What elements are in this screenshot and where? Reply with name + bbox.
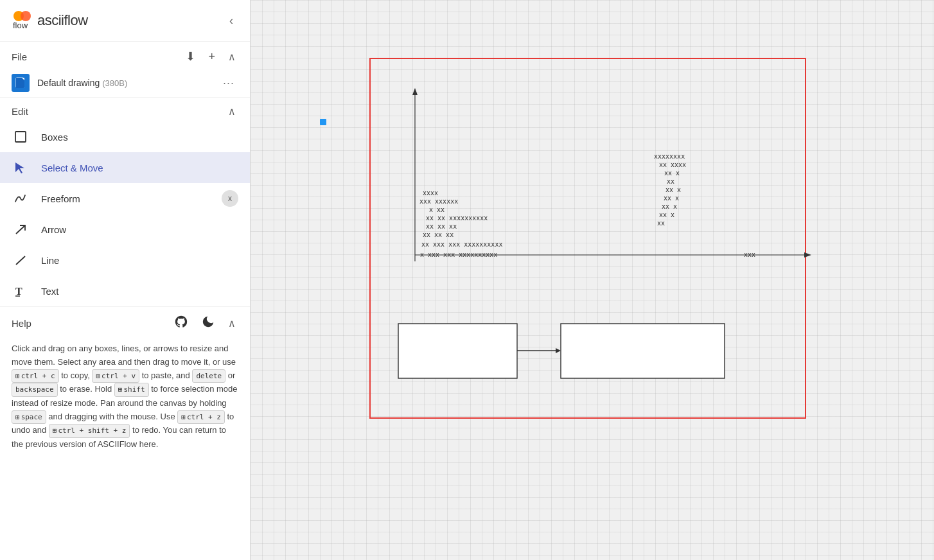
help-section-title: Help [12, 318, 31, 329]
svg-rect-33 [398, 324, 517, 378]
kbd-shift: ⊞ shift [114, 383, 149, 397]
kbd-backspace: backspace [12, 383, 58, 397]
svg-text:flow: flow [13, 21, 28, 30]
tool-boxes[interactable]: Boxes [0, 121, 250, 152]
file-icon [12, 74, 30, 92]
svg-text:xxxxxxxx: xxxxxxxx [654, 153, 685, 160]
svg-text:xxx   xxxxxx: xxx xxxxxx [419, 198, 458, 205]
svg-text:xx              xxx   xxx  xxx: xx xxx xxx xxxxxxxxxx [421, 241, 502, 248]
ascii-chart: xxxx xxx xxxxxx x xx xx xx xxxxxxxxxx xx… [397, 76, 821, 301]
svg-text:x       xx: x xx [429, 206, 445, 213]
file-section-title: File [12, 51, 27, 62]
svg-text:xx                    x: xx x [664, 195, 679, 202]
logo: flow asciiflow [12, 9, 88, 32]
kbd-ctrl-shift-z: ⊞ ctrl + shift + z [49, 424, 130, 438]
arrow-label: Arrow [41, 224, 238, 235]
svg-text:xx               x: xx x [664, 170, 680, 177]
dark-mode-button[interactable] [198, 313, 218, 333]
svg-text:x               xxx   xxx  xxx: x xxx xxx xxxxxxxxxx [420, 251, 497, 258]
svg-line-7 [16, 225, 25, 234]
logo-icon: flow [12, 9, 35, 32]
svg-marker-14 [804, 252, 811, 258]
edit-section-title: Edit [12, 106, 28, 117]
edit-section-header: Edit ∧ [0, 97, 250, 121]
edit-section-collapse-button[interactable]: ∧ [225, 104, 238, 119]
svg-marker-12 [412, 88, 418, 95]
download-button[interactable]: ⬇ [183, 48, 198, 65]
line-label: Line [41, 255, 238, 266]
svg-text:xx: xx [657, 220, 665, 227]
svg-line-8 [16, 256, 25, 265]
boxes-icon [12, 128, 30, 146]
github-button[interactable] [172, 313, 191, 333]
select-move-icon [12, 159, 30, 177]
svg-text:xx: xx [667, 178, 674, 185]
line-icon [12, 251, 30, 269]
ascii-boxes [397, 313, 731, 405]
freeform-label: Freeform [41, 193, 210, 204]
file-section-header: File ⬇ + ∧ [0, 42, 250, 69]
kbd-ctrl-z: ⊞ ctrl + z [177, 410, 225, 424]
svg-rect-5 [15, 132, 26, 142]
help-section-icons: ∧ [172, 313, 238, 333]
tool-text[interactable]: T Text [0, 276, 250, 306]
kbd-space: ⊞ space [12, 410, 46, 424]
sidebar-header: flow asciiflow ‹ [0, 0, 250, 42]
canvas[interactable]: xxxx xxx xxxxxx x xx xx xx xxxxxxxxxx xx… [251, 0, 934, 560]
kbd-ctrl-c: ⊞ ctrl + c [12, 369, 59, 383]
boxes-label: Boxes [41, 132, 238, 143]
tool-select-move[interactable]: Select & Move [0, 152, 250, 183]
tool-arrow[interactable]: Arrow [0, 214, 250, 245]
svg-text:T: T [15, 286, 22, 297]
sidebar: flow asciiflow ‹ File ⬇ + ∧ Default draw… [0, 0, 251, 560]
svg-text:xx         xx      xx: xx xx xx [426, 223, 457, 230]
collapse-sidebar-button[interactable]: ‹ [224, 12, 238, 30]
svg-point-1 [21, 11, 31, 21]
svg-text:xx                   x: xx x [665, 186, 681, 193]
text-icon: T [12, 282, 30, 300]
svg-text:xxxx: xxxx [423, 189, 438, 197]
file-section-actions: ⬇ + ∧ [183, 48, 238, 65]
svg-text:xxx: xxx [744, 251, 755, 258]
selection-box [369, 58, 806, 419]
add-file-button[interactable]: + [206, 49, 218, 65]
svg-text:xx        xx   xxxxxxxxxx: xx xx xxxxxxxxxx [426, 214, 488, 222]
file-section-collapse-button[interactable]: ∧ [225, 49, 238, 64]
file-item[interactable]: Default drawing (380B) ··· [0, 69, 250, 97]
file-more-button[interactable]: ··· [219, 75, 238, 91]
freeform-icon [12, 189, 30, 207]
arrow-icon [12, 220, 30, 238]
svg-rect-34 [561, 324, 725, 378]
file-size: (380B) [102, 78, 127, 88]
logo-text: asciiflow [37, 12, 88, 29]
svg-marker-36 [556, 348, 561, 353]
help-text: Click and drag on any boxes, lines, or a… [0, 336, 250, 458]
select-move-label: Select & Move [41, 162, 238, 173]
kbd-ctrl-v: ⊞ ctrl + v [92, 369, 139, 383]
tool-line[interactable]: Line [0, 245, 250, 276]
text-label: Text [41, 286, 238, 297]
help-section-header: Help ∧ [0, 306, 250, 336]
svg-marker-6 [15, 162, 24, 173]
svg-text:xx            xxxx: xx xxxx [659, 161, 686, 168]
svg-text:xx                        x: xx x [659, 211, 674, 218]
kbd-delete: delete [192, 369, 225, 383]
file-name: Default drawing (380B) [37, 78, 211, 88]
freeform-badge: x [222, 190, 238, 207]
svg-text:xx                      x: xx x [662, 203, 677, 210]
svg-text:xx            xx    xx: xx xx xx [423, 231, 454, 238]
cursor-dot [320, 119, 326, 125]
help-section-collapse-button[interactable]: ∧ [225, 316, 238, 331]
tool-freeform[interactable]: Freeform x [0, 183, 250, 214]
